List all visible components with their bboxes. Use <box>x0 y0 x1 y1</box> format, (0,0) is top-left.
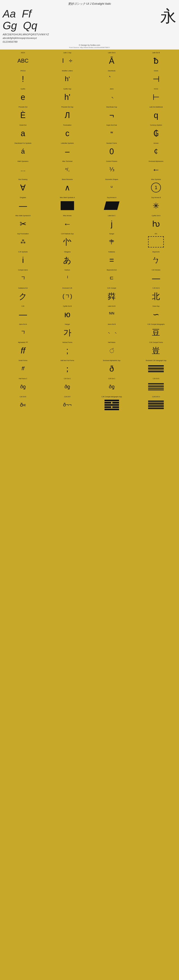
cell-label: Phonetic Ext Sup <box>46 106 88 108</box>
cell-glyph: ABC <box>18 54 29 67</box>
cell-glyph: — <box>19 199 27 212</box>
cell-glyph: e <box>21 90 25 104</box>
cell-latin-ext-a: Latin Ext A Ā <box>90 51 134 68</box>
cell-label: Sup Arrows B <box>135 197 177 199</box>
cell-glyph: h' <box>64 90 70 104</box>
cell-glyph: q <box>154 108 158 122</box>
cell-label: CJK EVS <box>2 396 44 398</box>
hline <box>148 408 164 409</box>
cell-glyph: È <box>20 108 26 122</box>
cell-label: Kanbun <box>46 269 88 271</box>
cell-glyph: — <box>19 308 27 321</box>
hline <box>148 368 164 369</box>
cell-greek-ext: Greek Ext a <box>1 123 45 141</box>
cell-glyph: ← <box>63 217 71 231</box>
cell-ascii: ASCII ABC <box>1 51 45 68</box>
black-parallelogram <box>104 201 120 210</box>
cell-jamo-ext-a: Jamo Ext A ᆨ <box>1 322 45 340</box>
hline <box>148 406 164 407</box>
cell-vertical-forms: Vertical Forms ; <box>45 340 89 358</box>
cell-label: Half Kana C <box>2 378 44 380</box>
cell-label: Half And Full Forms <box>46 360 88 361</box>
cell-glyph: 豈 <box>152 344 160 357</box>
cell-kanbun: Kanbun ㆐ <box>45 268 89 286</box>
cell-label: Latin Ext B <box>135 52 177 54</box>
cell-label: Misc Math Symbols A <box>46 197 88 199</box>
cell-label: CJK EVS 3 <box>135 396 177 398</box>
cell-label: CJK Ext A <box>135 287 177 289</box>
cell-glyph: á <box>21 145 25 158</box>
cell-label: Control Pictures <box>91 161 133 162</box>
cell-glyph: ◌́ <box>109 344 114 357</box>
cell-bopomofo: Bopomofo ㄅ <box>134 250 178 267</box>
cell-phonetic-ext: Phonetic Ext È <box>1 105 45 123</box>
hline <box>148 383 164 384</box>
cell-glyph <box>61 199 74 212</box>
cell-cyrillic-ext-b: Cyrillic Ext B ю <box>45 304 89 322</box>
trigram-visual <box>104 400 119 410</box>
cell-label: Arrows <box>135 142 177 144</box>
cell-label: Alphabetic PP <box>2 342 44 344</box>
cell-misc-arrows: Misc Arrows ← <box>45 213 89 231</box>
cell-label: Dingbats <box>2 197 44 199</box>
cell-label: Modifier Letters <box>46 70 88 72</box>
cell-glyph: (ᆨ) <box>62 290 72 303</box>
cell-glyph: 㣺 <box>63 235 71 248</box>
cell-label: CJK Ext 2 <box>91 378 133 380</box>
cell-latin-ext-b2: Latin Ext B ᴺᴺ <box>90 304 134 322</box>
cell-compat-jamo: Compat Jamo ᆨ <box>1 268 45 286</box>
cell-glyph: ₲ <box>153 127 159 140</box>
cell-glyph: ðƍ <box>20 380 26 393</box>
cell-cyrillic-ext-a: Cyrillic Ext A ƕ <box>134 213 178 231</box>
cell-latin-ext-additional: Latin Ext Additional q <box>134 105 178 123</box>
hlines-block <box>148 365 164 372</box>
cell-cjk-evs2: CJK EVS ð« <box>1 395 45 412</box>
font-preview-page: 更紗ゴシック UI J Extralight Italic Aa FfGg Qq… <box>0 0 179 413</box>
preview-large: Aa FfGg Qq 永 <box>3 7 176 33</box>
hline <box>148 407 164 407</box>
cell-label: Katakana Ext <box>2 287 44 289</box>
cell-label: CJK Compat Ideographs <box>135 323 177 325</box>
cell-kangxi: Kangxi ⺺ <box>90 232 134 250</box>
cell-jamo-ext-b: Jamo Ext B ᆞ ᆞ <box>90 322 134 340</box>
trig-half <box>104 402 111 404</box>
trig-broken <box>104 406 119 408</box>
cell-misc-math-b: Misc Math Symbols B ✂ <box>1 213 45 231</box>
cell-katakana-ext: Katakana Ext ク <box>1 286 45 304</box>
cell-geometric-shapes: Geometric Shapes ᵘ <box>90 177 134 195</box>
hline <box>148 388 164 390</box>
cell-glyph: ᵘ <box>110 181 113 194</box>
cell-cjk-strokes: CJK Strokes — <box>134 268 178 286</box>
cell-glyph: 北 <box>152 290 160 303</box>
cell-glyph <box>148 380 164 393</box>
cell-box-drawing: Box Drawing ∀ <box>1 177 45 195</box>
cell-diacriticals-sup: Diacriticals Sup ¬ <box>90 105 134 123</box>
cell-glyph: ᵃ/꜀ <box>65 163 70 176</box>
cell-label: CJK Compat Forms <box>135 342 177 344</box>
cell-enclosed-alphanums: Enclosed Alphanums ← <box>134 159 178 177</box>
cell-half-full-forms: Half And Full Forms ； <box>45 358 89 376</box>
cell-label: Enclosed CJK <box>46 287 88 289</box>
trig-line <box>104 409 119 410</box>
cell-glyph: – <box>65 145 70 158</box>
cell-label: Sup Arrows A <box>91 197 133 199</box>
hline <box>148 367 164 368</box>
copyright-text: © Design by fontke.com <box>3 44 176 46</box>
cell-label: Enclosed Alphabetic Sup <box>91 360 133 361</box>
cell-glyph: ᆞ ᆞ <box>105 326 118 339</box>
preview-kanji: 永 <box>160 8 176 24</box>
cell-label: Box Drawing <box>2 178 44 180</box>
cell-label: IPA Ext <box>2 70 44 72</box>
cell-label: Misc Symbols <box>135 178 177 180</box>
trig-half <box>104 406 111 408</box>
cell-label: Bopomofo Ext <box>91 269 133 271</box>
cell-cjk-compat: CJK Compat 粦 <box>90 286 134 304</box>
cell-label: Letterlike Symbols <box>46 142 88 144</box>
cell-kana-sup: Kana Sup ∽ <box>134 304 178 322</box>
cell-label: CJK EVS <box>135 378 177 380</box>
cell-cjk-ext1: CJK Ext 1 ðƍ <box>45 377 89 395</box>
cell-glyph: ; <box>66 344 69 357</box>
cell-glyph: ᆮ <box>109 271 115 285</box>
cell-glyph: — <box>152 271 160 285</box>
cell-label: Cyrillic <box>2 88 44 90</box>
